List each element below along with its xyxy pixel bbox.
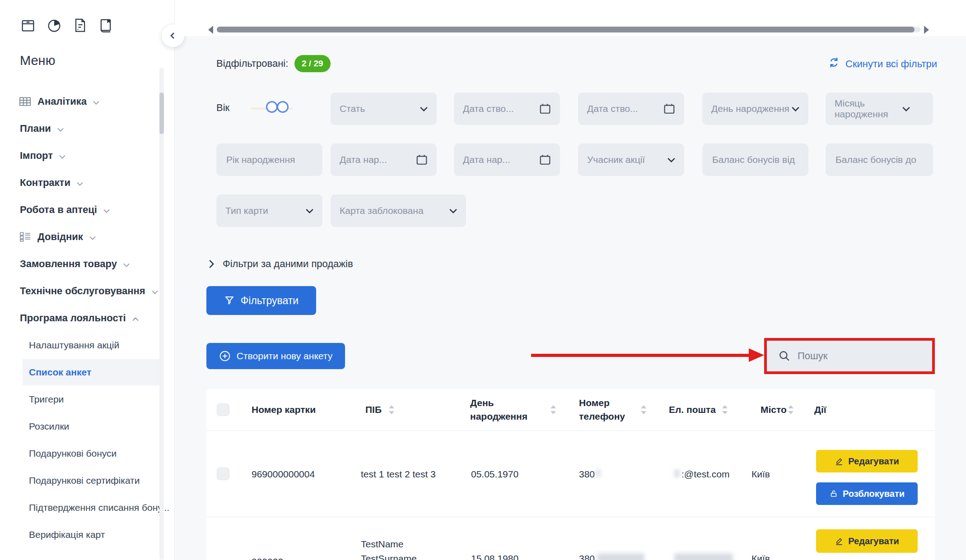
sidebar-item-plans[interactable]: Плани bbox=[20, 122, 64, 135]
chevron-down-icon bbox=[420, 106, 428, 111]
cell-name-line1: TestName bbox=[361, 538, 404, 551]
sidebar-item-label: Технічне обслуговування bbox=[20, 285, 145, 297]
col-phone: Номер телефону bbox=[579, 396, 642, 423]
birth-from-label: Дата нар... bbox=[340, 154, 416, 165]
hscroll-left-arrow-icon[interactable] bbox=[208, 26, 213, 34]
sort-email[interactable] bbox=[722, 404, 728, 416]
chevron-right-icon bbox=[209, 259, 215, 268]
annotation-arrow-head bbox=[749, 348, 764, 362]
sidebar-subitem-card-verification[interactable]: Верифікація карт bbox=[29, 528, 105, 541]
sidebar-item-label: Плани bbox=[20, 123, 51, 134]
chevron-down-icon bbox=[59, 150, 65, 162]
cell-phone: 380 bbox=[579, 552, 595, 560]
create-questionnaire-button[interactable]: Створити нову анкету bbox=[206, 343, 345, 369]
edit-button[interactable]: Редагувати bbox=[816, 529, 918, 553]
table-header-row: Номер картки ПІБ День народження Номер т… bbox=[206, 389, 935, 431]
cell-city: Київ bbox=[751, 552, 770, 560]
age-slider-handle-min[interactable] bbox=[266, 101, 278, 113]
calendar-icon bbox=[663, 103, 675, 115]
email-redaction bbox=[674, 553, 733, 560]
col-city: Місто bbox=[761, 403, 787, 417]
sales-filters-toggle[interactable]: Фільтри за даними продажів bbox=[209, 258, 353, 270]
filter-button[interactable]: Фільтрувати bbox=[206, 286, 316, 315]
filter-button-label: Фільтрувати bbox=[241, 295, 299, 307]
sidebar: Меню Аналітика Плани Імпорт Контракти Ро… bbox=[0, 0, 175, 560]
birth-date-from-picker[interactable]: Дата нар... bbox=[331, 143, 437, 176]
created-date-to-picker[interactable]: Дата ство... bbox=[578, 93, 684, 125]
bonus-from-input[interactable] bbox=[711, 154, 799, 166]
cell-card-number: 000022 bbox=[252, 555, 283, 560]
sidebar-scrollbar-thumb[interactable] bbox=[159, 93, 164, 134]
sort-name[interactable] bbox=[389, 404, 394, 416]
edit-button[interactable]: Редагувати bbox=[816, 450, 918, 472]
sidebar-item-contracts[interactable]: Контракти bbox=[20, 176, 83, 190]
cell-phone: 380 bbox=[579, 468, 595, 481]
phone-redaction bbox=[596, 469, 600, 477]
hscroll-right-arrow-icon[interactable] bbox=[924, 26, 929, 34]
chevron-down-icon bbox=[103, 204, 110, 216]
card-type-select[interactable]: Тип карти bbox=[216, 194, 322, 227]
sort-birthday[interactable] bbox=[551, 404, 556, 416]
cell-name: test 1 test 2 test 3 bbox=[361, 468, 436, 481]
bonus-to-input[interactable] bbox=[835, 154, 924, 166]
chevron-down-icon bbox=[152, 285, 158, 297]
book-icon[interactable] bbox=[98, 17, 114, 33]
col-birthday: День народження bbox=[470, 396, 538, 423]
sidebar-item-directory[interactable]: Довідник bbox=[19, 230, 96, 244]
subitem-label: Подарункові бонуси bbox=[29, 448, 117, 459]
age-slider-handle-max[interactable] bbox=[277, 101, 289, 113]
sidebar-item-pharmacy-work[interactable]: Робота в аптеці bbox=[20, 203, 110, 217]
pencil-icon bbox=[835, 537, 844, 546]
search-input[interactable] bbox=[797, 350, 929, 362]
sidebar-item-analytics[interactable]: Аналітика bbox=[19, 95, 99, 108]
search-box-highlighted bbox=[764, 338, 935, 374]
created-to-label: Дата ство... bbox=[587, 103, 663, 114]
sidebar-item-goods-order[interactable]: Замовлення товару bbox=[20, 257, 130, 271]
gender-select[interactable]: Стать bbox=[331, 93, 437, 125]
sidebar-subitem-gift-bonuses[interactable]: Подарункові бонуси bbox=[29, 447, 117, 460]
birth-day-select[interactable]: День народження bbox=[702, 93, 808, 125]
sidebar-item-maintenance[interactable]: Технічне обслуговування bbox=[20, 284, 158, 298]
chevron-down-icon bbox=[77, 177, 83, 189]
select-all-checkbox[interactable] bbox=[217, 403, 229, 416]
sidebar-subitem-triggers[interactable]: Тригери bbox=[29, 393, 64, 406]
reset-all-filters-link[interactable]: Скинути всі фільтри bbox=[828, 56, 937, 71]
document-icon[interactable] bbox=[72, 17, 88, 33]
subitem-label: Підтвердження списання бону... bbox=[29, 502, 169, 513]
promo-member-select[interactable]: Учасник акції bbox=[578, 143, 684, 176]
chevron-up-icon bbox=[132, 312, 139, 324]
card-blocked-select[interactable]: Карта заблокована bbox=[331, 194, 466, 227]
subitem-label: Список анкет bbox=[29, 367, 91, 378]
sidebar-item-label: Програма лояльності bbox=[20, 312, 126, 324]
birth-month-select[interactable]: Місяць народження bbox=[826, 93, 933, 125]
sidebar-subitem-questionnaire-list[interactable]: Список анкет bbox=[29, 366, 91, 379]
row-checkbox[interactable] bbox=[217, 467, 229, 480]
chevron-down-icon bbox=[93, 96, 99, 107]
sidebar-item-label: Робота в аптеці bbox=[20, 204, 97, 216]
sort-phone[interactable] bbox=[641, 404, 646, 416]
created-date-from-picker[interactable]: Дата ство... bbox=[454, 93, 560, 125]
horizontal-scrollbar-thumb[interactable] bbox=[217, 27, 915, 32]
list-icon bbox=[19, 231, 31, 243]
calendar-icon bbox=[416, 154, 428, 166]
birth-to-label: Дата нар... bbox=[463, 154, 539, 165]
sidebar-scrollbar-track bbox=[159, 68, 164, 560]
birth-year-input[interactable] bbox=[225, 154, 313, 166]
birth-month-label: Місяць народження bbox=[835, 98, 902, 120]
pie-chart-icon[interactable] bbox=[46, 17, 62, 33]
sidebar-item-import[interactable]: Імпорт bbox=[20, 149, 65, 162]
unblock-button[interactable]: Розблокувати bbox=[816, 482, 918, 505]
sidebar-subitem-gift-certificates[interactable]: Подарункові сертифікати bbox=[29, 474, 140, 487]
sidebar-item-loyalty-program[interactable]: Програма лояльності bbox=[20, 311, 139, 325]
sales-toggle-label: Фільтри за даними продажів bbox=[223, 258, 353, 270]
archive-icon[interactable] bbox=[20, 17, 36, 33]
unlock-icon bbox=[829, 489, 838, 498]
sidebar-subitem-bonus-writeoff-confirm[interactable]: Підтвердження списання бону... bbox=[29, 501, 169, 514]
sidebar-subitem-mailings[interactable]: Розсилки bbox=[29, 420, 69, 433]
sort-city[interactable] bbox=[788, 404, 793, 416]
birth-date-to-picker[interactable]: Дата нар... bbox=[454, 143, 560, 176]
chevron-down-icon bbox=[306, 208, 313, 213]
sidebar-subitem-promo-settings[interactable]: Налаштування акцій bbox=[29, 338, 119, 352]
sidebar-item-label: Аналітика bbox=[37, 96, 87, 107]
plus-circle-icon bbox=[219, 350, 231, 362]
